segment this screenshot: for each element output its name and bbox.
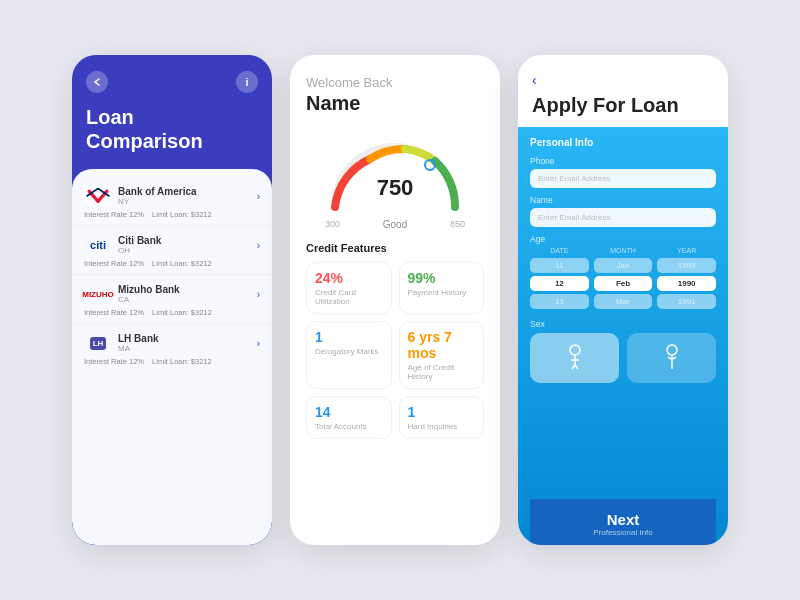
banks-list: Bank of America NY › Interest Rate 12% L… — [72, 169, 272, 545]
feature-value-payment: 99% — [408, 270, 476, 286]
feature-value-inquiries: 1 — [408, 404, 476, 420]
date-opt-11[interactable]: 11 — [530, 258, 589, 273]
feature-label-derogatory: Derogatory Marks — [315, 347, 383, 356]
svg-point-8 — [667, 345, 677, 355]
date-opt-13[interactable]: 13 — [530, 294, 589, 309]
phone-field-group: Phone Enter Email Address — [530, 156, 716, 188]
apply-title: Apply For Loan — [532, 94, 714, 117]
month-header: MONTH — [610, 247, 636, 254]
year-opt-1990[interactable]: 1990 — [657, 276, 716, 291]
back-button[interactable] — [86, 71, 108, 93]
sex-field-group: Sex — [530, 319, 716, 383]
apply-back-button[interactable]: ‹ — [532, 72, 537, 88]
month-opt-mar[interactable]: Mar — [594, 294, 653, 309]
female-icon — [662, 341, 682, 375]
age-month-col: MONTH Jan Feb Mar — [594, 247, 653, 312]
features-grid: 24% Credit Card Utilization 99% Payment … — [306, 262, 484, 439]
feature-label-payment: Payment History — [408, 288, 476, 297]
feature-hard-inquiries: 1 Hard Inquiries — [399, 396, 485, 439]
bank-name-mizuho: Mizuho Bank — [118, 284, 180, 295]
feature-label-inquiries: Hard Inquiries — [408, 422, 476, 431]
mizuho-logo: MIZUHO — [84, 283, 112, 305]
year-header: YEAR — [677, 247, 696, 254]
name-label: Name — [530, 195, 716, 205]
feature-value-utilization: 24% — [315, 270, 383, 286]
max-score: 850 — [450, 219, 465, 230]
apply-header: ‹ Apply For Loan — [518, 55, 728, 127]
sex-row — [530, 333, 716, 383]
feature-credit-history: 6 yrs 7 mos Age of Credit History — [399, 321, 485, 389]
svg-line-7 — [575, 365, 578, 369]
loan-comparison-card: i Loan Comparison Bank of America — [72, 55, 272, 545]
apply-loan-card: ‹ Apply For Loan Personal Info Phone Ent… — [518, 55, 728, 545]
bank-name-boa: Bank of America — [118, 186, 197, 197]
bank-loc-boa: NY — [118, 197, 197, 206]
arrow-boa: › — [257, 191, 260, 202]
info-button[interactable]: i — [236, 71, 258, 93]
min-score: 300 — [325, 219, 340, 230]
gauge-container: 750 300 Good 850 — [306, 127, 484, 230]
bank-details-lh: Interest Rate 12% Limit Loan: $3212 — [84, 357, 260, 366]
bank-name-lh: LH Bank — [118, 333, 159, 344]
sex-male-option[interactable] — [530, 333, 619, 383]
age-label: Age — [530, 234, 716, 244]
age-date-col: DATE 11 12 13 — [530, 247, 589, 312]
feature-label-accounts: Total Accounts — [315, 422, 383, 431]
svg-text:750: 750 — [377, 175, 414, 200]
arrow-mizuho: › — [257, 289, 260, 300]
male-icon — [565, 341, 585, 375]
bank-item-citi[interactable]: citi Citi Bank OH › Interest Rate 12% Li… — [72, 226, 272, 275]
feature-value-accounts: 14 — [315, 404, 383, 420]
age-row: DATE 11 12 13 MONTH Jan Feb Mar YEAR 198… — [530, 247, 716, 312]
apply-body: Personal Info Phone Enter Email Address … — [518, 127, 728, 545]
credit-score-card: Welcome Back Name 750 300 Good 850 Credi… — [290, 55, 500, 545]
name-field-group: Name Enter Email Address — [530, 195, 716, 227]
credit-gauge: 750 — [315, 127, 475, 217]
month-opt-jan[interactable]: Jan — [594, 258, 653, 273]
arrow-citi: › — [257, 240, 260, 251]
top-bar: i — [72, 55, 272, 101]
bank-details-mizuho: Interest Rate 12% Limit Loan: $3212 — [84, 308, 260, 317]
credit-features-title: Credit Features — [306, 242, 484, 254]
bank-loc-citi: OH — [118, 246, 161, 255]
feature-derogatory: 1 Derogatory Marks — [306, 321, 392, 389]
phone-label: Phone — [530, 156, 716, 166]
year-opt-1991[interactable]: 1991 — [657, 294, 716, 309]
citi-logo: citi — [84, 234, 112, 256]
next-button[interactable]: Next Professional Info — [530, 499, 716, 545]
feature-payment-history: 99% Payment History — [399, 262, 485, 314]
next-label: Next — [530, 511, 716, 528]
bank-name-citi: Citi Bank — [118, 235, 161, 246]
year-opt-1989[interactable]: 1989 — [657, 258, 716, 273]
bank-item-lh[interactable]: LH LH Bank MA › Interest Rate 12% Limit … — [72, 324, 272, 372]
bank-details-citi: Interest Rate 12% Limit Loan: $3212 — [84, 259, 260, 268]
sex-label: Sex — [530, 319, 716, 329]
bank-loc-lh: MA — [118, 344, 159, 353]
svg-point-3 — [570, 345, 580, 355]
boa-logo — [84, 185, 112, 207]
feature-value-history: 6 yrs 7 mos — [408, 329, 476, 361]
user-name: Name — [306, 92, 484, 115]
month-opt-feb[interactable]: Feb — [594, 276, 653, 291]
bank-item-mizuho[interactable]: MIZUHO Mizuho Bank CA › Interest Rate 12… — [72, 275, 272, 324]
lh-logo: LH — [84, 332, 112, 354]
date-header: DATE — [550, 247, 568, 254]
age-year-col: YEAR 1989 1990 1991 — [657, 247, 716, 312]
arrow-lh: › — [257, 338, 260, 349]
phone-input[interactable]: Enter Email Address — [530, 169, 716, 188]
name-input[interactable]: Enter Email Address — [530, 208, 716, 227]
loan-comparison-title: Loan Comparison — [72, 101, 272, 169]
feature-label-utilization: Credit Card Utilization — [315, 288, 383, 306]
personal-info-section: Personal Info — [530, 137, 716, 148]
date-opt-12[interactable]: 12 — [530, 276, 589, 291]
score-label: Good — [383, 219, 407, 230]
age-field-group: Age DATE 11 12 13 MONTH Jan Feb Mar YEAR… — [530, 234, 716, 312]
bank-item-boa[interactable]: Bank of America NY › Interest Rate 12% L… — [72, 177, 272, 226]
feature-value-derogatory: 1 — [315, 329, 383, 345]
bank-loc-mizuho: CA — [118, 295, 180, 304]
next-sub-label: Professional Info — [530, 528, 716, 537]
bank-details-boa: Interest Rate 12% Limit Loan: $3212 — [84, 210, 260, 219]
feature-label-history: Age of Credit History — [408, 363, 476, 381]
feature-credit-utilization: 24% Credit Card Utilization — [306, 262, 392, 314]
sex-female-option[interactable] — [627, 333, 716, 383]
